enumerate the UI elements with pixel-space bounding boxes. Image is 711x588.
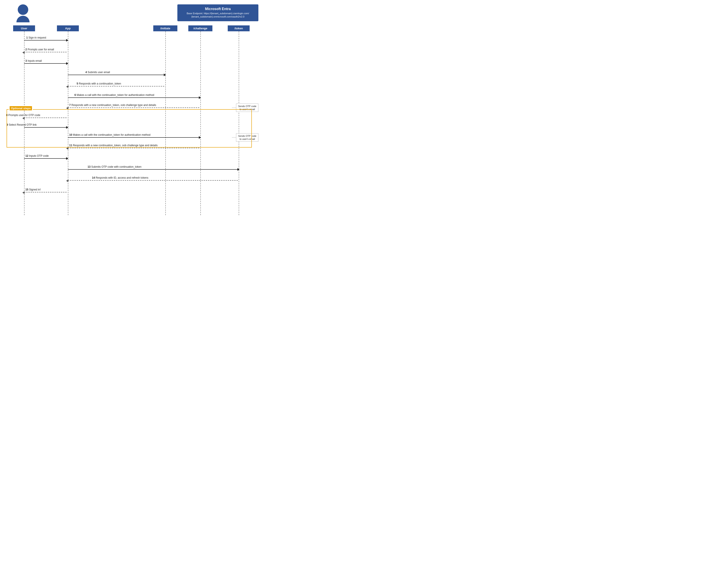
step-2-label: 2 Prompts user for email [25,48,54,51]
step-14-row: 14 Responds with ID, access and refresh … [4,175,258,185]
sequence-area: Optional steps 1 Sign-in request 2 Promp… [4,31,258,215]
ms-entra-subtitle: Base Endpoint: https://{tenant_subdomain… [182,12,253,19]
user-circle-body [17,16,29,22]
step-7-label: 7 Responds with a new continuation_token… [69,104,156,107]
step-2-arrow [24,52,67,52]
lifeline-token: /token [228,25,250,31]
step-13-arrow [68,169,238,170]
lifeline-user: User [13,25,35,31]
step-4-row: 4 Submits user email [4,70,258,80]
step-15-row: 15 Signed in! [4,187,258,197]
step-14-label: 14 Responds with ID, access and refresh … [92,176,148,179]
step-12-row: 12 Inputs OTP code [4,153,258,163]
step-4-label: 4 Submits user email [85,71,110,74]
step-6-label: 6 Makes a call with the continuation_tok… [74,93,154,96]
step-5-row: 5 Responds with a continuation_token [4,81,258,91]
step-5-label: 5 Responds with a continuation_token [77,82,121,85]
ms-entra-box: Microsoft Entra Base Endpoint: https://{… [177,4,258,21]
step-3-arrow [24,63,67,64]
step-1-row: 1 Sign-in request [4,35,258,45]
step-6-row: 6 Makes a call with the continuation_tok… [4,93,258,102]
step-13-label: 13 Submits OTP code with continuation_to… [88,165,142,168]
step-1-arrow [24,40,67,41]
ms-entra-title: Microsoft Entra [182,7,253,11]
step-11-arrow [68,148,199,148]
header-area: Microsoft Entra Base Endpoint: https://{… [4,4,258,21]
user-circle-head [18,4,28,15]
step-3-row: 3 Inputs email [4,59,258,68]
step-7-arrow [68,108,199,108]
step-13-row: 13 Submits OTP code with continuation_to… [4,165,258,174]
step-12-arrow [24,158,67,159]
step-15-arrow [24,192,67,192]
step-1-label: 1 Sign-in request [26,36,46,39]
lifeline-app: App [57,25,79,31]
lifeline-challenge: /challenge [188,25,212,31]
user-icon [17,4,29,22]
step-5-arrow [68,86,164,86]
optional-steps-label: Optional steps [9,107,33,110]
diagram-container: Microsoft Entra Base Endpoint: https://{… [4,4,258,215]
step-14-arrow [68,180,238,181]
step-3-label: 3 Inputs email [25,59,42,62]
optional-steps-box: Optional steps [6,109,252,148]
step-6-arrow [68,97,199,98]
lifeline-initiate: /initiate [153,25,177,31]
step-4-arrow [68,75,164,75]
step-15-label: 15 Signed in! [25,188,41,191]
step-12-label: 12 Inputs OTP code [25,154,49,157]
step-2-row: 2 Prompts user for email [4,47,258,57]
